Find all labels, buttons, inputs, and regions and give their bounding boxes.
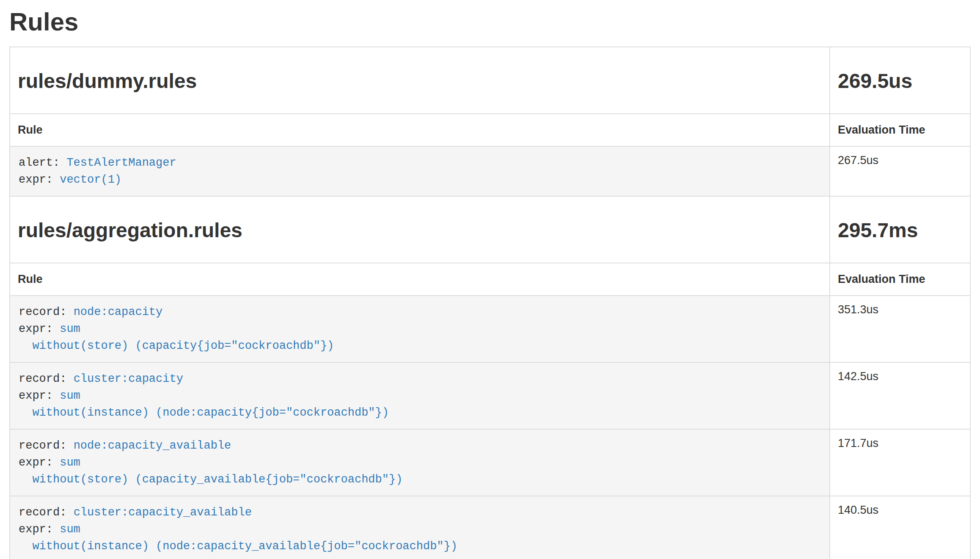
- rule-group-eval-time: 295.7ms: [838, 219, 962, 242]
- rule-key-label: record:: [19, 306, 66, 318]
- rule-group-eval-time-cell: 269.5us: [830, 47, 970, 114]
- rule-group-eval-time: 269.5us: [838, 69, 962, 93]
- rule-key-label: record:: [19, 506, 66, 519]
- rule-group-header-row: rules/dummy.rules 269.5us: [10, 47, 970, 114]
- rule-name-link[interactable]: cluster:capacity_available: [74, 506, 252, 519]
- rule-key-label: record:: [19, 373, 66, 385]
- rule-definition: record: node:capacity expr: sum without(…: [19, 304, 821, 354]
- rule-name-link[interactable]: TestAlertManager: [66, 156, 176, 169]
- rule-expr-label: expr:: [19, 523, 53, 536]
- rule-expr-label: expr:: [19, 323, 53, 335]
- rule-group-header-row: rules/aggregation.rules 295.7ms: [10, 196, 970, 263]
- rule-row: record: cluster:capacity expr: sum witho…: [10, 362, 970, 429]
- rule-expr-link[interactable]: sum without(store) (capacity_available{j…: [19, 456, 402, 486]
- evaluation-time-column-header: Evaluation Time: [830, 263, 970, 296]
- rule-row: record: node:capacity_available expr: su…: [10, 429, 970, 496]
- rules-page: Rules rules/dummy.rules 269.5us Rule Eva…: [0, 9, 980, 559]
- rule-expr-link[interactable]: sum without(instance) (node:capacity_ava…: [19, 523, 457, 553]
- rule-definition: record: cluster:capacity expr: sum witho…: [19, 370, 821, 421]
- rules-table: rules/dummy.rules 269.5us Rule Evaluatio…: [9, 47, 971, 559]
- rule-definition-cell: record: cluster:capacity expr: sum witho…: [10, 362, 830, 429]
- rule-row: record: node:capacity expr: sum without(…: [10, 296, 970, 362]
- rule-row: record: cluster:capacity_available expr:…: [10, 496, 970, 559]
- rule-eval-time: 171.7us: [830, 429, 970, 496]
- rule-column-header: Rule: [10, 114, 830, 146]
- rule-group-file: rules/aggregation.rules: [18, 219, 822, 242]
- rule-definition: record: cluster:capacity_available expr:…: [19, 504, 821, 555]
- rule-expr-label: expr:: [19, 173, 53, 186]
- rule-row: alert: TestAlertManager expr: vector(1) …: [10, 146, 970, 196]
- rule-group-file: rules/dummy.rules: [18, 69, 822, 93]
- rule-definition-cell: alert: TestAlertManager expr: vector(1): [10, 146, 830, 196]
- rule-definition: record: node:capacity_available expr: su…: [19, 437, 821, 488]
- rule-expr-link[interactable]: vector(1): [60, 173, 121, 186]
- rule-key-label: alert:: [19, 156, 60, 169]
- rule-definition-cell: record: node:capacity_available expr: su…: [10, 429, 830, 496]
- rule-name-link[interactable]: cluster:capacity: [74, 373, 183, 385]
- rule-expr-label: expr:: [19, 456, 53, 469]
- rule-key-label: record:: [19, 439, 66, 452]
- rule-definition-cell: record: node:capacity expr: sum without(…: [10, 296, 830, 362]
- rule-definition: alert: TestAlertManager expr: vector(1): [19, 154, 821, 188]
- rule-expr-link[interactable]: sum without(instance) (node:capacity{job…: [19, 389, 389, 419]
- rule-expr-link[interactable]: sum without(store) (capacity{job="cockro…: [19, 323, 334, 352]
- rule-eval-time: 267.5us: [830, 146, 970, 196]
- rule-name-link[interactable]: node:capacity: [74, 306, 163, 318]
- column-header-row: Rule Evaluation Time: [10, 263, 970, 296]
- rule-definition-cell: record: cluster:capacity_available expr:…: [10, 496, 830, 559]
- rule-eval-time: 351.3us: [830, 296, 970, 362]
- column-header-row: Rule Evaluation Time: [10, 114, 970, 146]
- rule-name-link[interactable]: node:capacity_available: [74, 439, 231, 452]
- rule-eval-time: 140.5us: [830, 496, 970, 559]
- rule-group-file-cell: rules/dummy.rules: [10, 47, 830, 114]
- rule-eval-time: 142.5us: [830, 362, 970, 429]
- rule-expr-label: expr:: [19, 389, 53, 402]
- rule-column-header: Rule: [10, 263, 830, 296]
- rule-group-file-cell: rules/aggregation.rules: [10, 196, 830, 263]
- page-title: Rules: [9, 9, 971, 35]
- rule-group-eval-time-cell: 295.7ms: [830, 196, 970, 263]
- evaluation-time-column-header: Evaluation Time: [830, 114, 970, 146]
